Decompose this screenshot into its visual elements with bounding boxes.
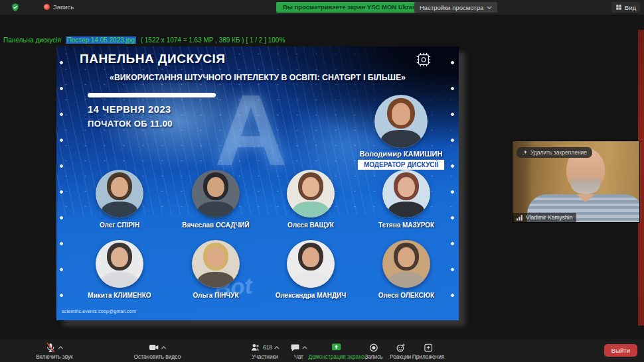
speaker-card: Ольга ПІНЧУК	[163, 240, 269, 299]
poster-time: ПОЧАТОК ОБ 11.00	[88, 119, 173, 129]
share-screen-icon	[331, 342, 342, 353]
poster-contact-email: scientific.events.coop@gmail.com	[62, 309, 136, 314]
chat-bubble-icon	[290, 343, 300, 353]
reactions-label: Реакции	[390, 353, 411, 360]
speaker-name: Ольга ПІНЧУК	[163, 292, 269, 299]
speaker-photo	[382, 170, 430, 217]
poster-dot-column-left	[60, 61, 63, 316]
speaker-card: Олег СПІРІН	[66, 170, 173, 229]
share-screen-label: Демонстрация экрана	[309, 353, 365, 360]
pin-icon	[522, 150, 528, 156]
participant-name-tag: Vladimir Kamyshin	[513, 213, 576, 222]
speaker-name: Олеся ОЛЕКСЮК	[353, 292, 459, 299]
meeting-topbar: Запись Вы просматриваете экран YSC MON U…	[0, 0, 644, 15]
zoom-meeting-window: Запись Вы просматриваете экран YSC MON U…	[0, 0, 644, 362]
speaker-card: Вячеслав ОСАДЧИЙ	[163, 170, 269, 229]
record-button[interactable]: Запись	[364, 342, 382, 360]
leave-button[interactable]: Выйти	[604, 344, 637, 357]
speaker-card: Микита КЛИМЕНКО	[66, 240, 173, 299]
chevron-up-icon	[58, 346, 64, 349]
chat-label: Чат	[294, 353, 303, 360]
speaker-name: Микита КЛИМЕНКО	[66, 292, 173, 299]
speaker-photo	[382, 240, 430, 288]
apps-label: Приложения	[412, 353, 445, 360]
remove-pin-label: Удалить закрепление	[530, 149, 587, 156]
moderator-role-badge: МОДЕРАТОР ДИСКУСІЇ	[358, 160, 444, 170]
viewer-filename: Постер 14.05.2023.jpg	[66, 36, 136, 44]
view-button-label: Вид	[625, 4, 636, 11]
ai-chip-icon	[415, 51, 432, 71]
microphone-muted-icon	[46, 342, 56, 353]
poster-date: 14 ЧЕРВНЯ 2023	[88, 104, 171, 115]
viewer-file-meta: ( 1522 x 1074 = 1.63 MP , 389 КБ ) [ 1 /…	[141, 36, 285, 44]
reactions-smiley-icon	[396, 343, 406, 353]
apps-grid-icon	[423, 343, 433, 353]
chat-button[interactable]: Чат	[290, 342, 307, 360]
chevron-down-icon	[487, 6, 492, 9]
speaker-name: Вячеслав ОСАДЧИЙ	[163, 221, 269, 229]
meeting-toolbar: Включить звук Остановить видео 618 Участ…	[0, 339, 644, 362]
speaker-photo	[96, 240, 143, 288]
speaker-card: Тетяна МАЗУРОК	[353, 170, 459, 229]
unmute-button[interactable]: Включить звук	[36, 342, 72, 360]
record-label: Запись	[364, 353, 382, 360]
stop-video-label: Остановить видео	[134, 353, 181, 360]
participants-icon	[250, 342, 261, 353]
grid-view-icon	[615, 4, 622, 11]
speaker-photo	[287, 240, 335, 288]
signal-bars-icon	[517, 215, 523, 221]
remove-pin-button[interactable]: Удалить закрепление	[517, 147, 592, 158]
participants-button[interactable]: 618 Участники	[250, 342, 280, 360]
participants-count: 618	[263, 344, 272, 351]
image-viewer-titlebar: Панельна дискусія Постер 14.05.2023.jpg …	[3, 36, 285, 44]
speaker-card: Олександра МАНДИЧ	[258, 240, 364, 299]
moderator-photo	[374, 95, 428, 148]
poster-image: A Bot ПАНЕЛЬНА ДИСКУСІЯ «ВИКОРИСТАННЯ ШТ…	[56, 46, 459, 320]
share-screen-button[interactable]: Демонстрация экрана	[309, 342, 365, 360]
recording-label: Запись	[53, 3, 74, 11]
screen-viewing-banner: Вы просматриваете экран YSC MON Ukraine	[276, 2, 428, 13]
chevron-up-icon	[302, 346, 307, 349]
view-settings-label: Настройки просмотра	[420, 4, 483, 11]
chevron-up-icon	[161, 346, 166, 349]
moderator-block: Володимир КАМИШИН МОДЕРАТОР ДИСКУСІЇ	[338, 95, 459, 170]
speaker-photo	[96, 170, 143, 217]
speaker-card: Олеся ВАЩУК	[258, 170, 364, 229]
security-shield-icon[interactable]	[11, 2, 20, 13]
reactions-button[interactable]: Реакции	[390, 342, 411, 360]
participant-name: Vladimir Kamyshin	[526, 214, 572, 221]
view-settings-dropdown[interactable]: Настройки просмотра	[414, 2, 497, 13]
unmute-label: Включить звук	[36, 353, 72, 360]
speaker-photo	[287, 170, 335, 217]
participant-video-tile[interactable]: Удалить закрепление Vladimir Kamyshin	[513, 141, 639, 222]
poster-title: ПАНЕЛЬНА ДИСКУСІЯ	[80, 52, 225, 66]
speaker-name: Олег СПІРІН	[66, 221, 173, 229]
viewer-app-title: Панельна дискусія	[3, 36, 61, 44]
moderator-name: Володимир КАМИШИН	[338, 150, 459, 158]
chevron-up-icon	[274, 346, 280, 349]
speaker-photo	[192, 240, 240, 288]
poster-divider-bar	[88, 93, 216, 97]
recording-indicator[interactable]: Запись	[44, 3, 74, 11]
speaker-card: Олеся ОЛЕКСЮК	[353, 240, 459, 299]
speaker-name: Олександра МАНДИЧ	[258, 292, 364, 299]
poster-subtitle: «ВИКОРИСТАННЯ ШТУЧНОГО ІНТЕЛЕКТУ В ОСВІТ…	[70, 73, 445, 82]
speaker-name: Олеся ВАЩУК	[258, 221, 364, 229]
recording-dot-icon	[44, 4, 50, 10]
stop-video-button[interactable]: Остановить видео	[134, 342, 181, 360]
participants-label: Участники	[252, 353, 278, 360]
apps-button[interactable]: Приложения	[412, 342, 445, 360]
video-camera-icon	[148, 342, 159, 353]
record-icon	[368, 343, 378, 353]
view-button[interactable]: Вид	[611, 2, 640, 13]
poster-big-letter: A	[214, 77, 287, 183]
participant-beard	[571, 176, 600, 194]
speaker-name: Тетяна МАЗУРОК	[353, 221, 459, 229]
speaker-photo	[192, 170, 240, 217]
